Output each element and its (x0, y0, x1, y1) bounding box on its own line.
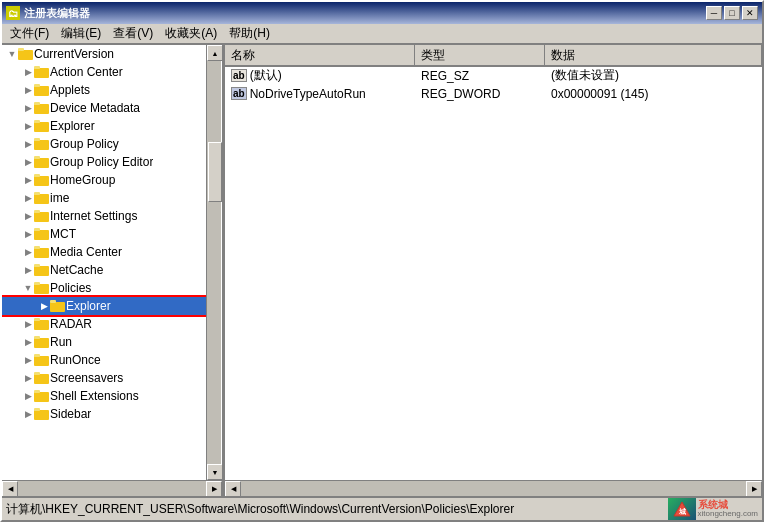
tree-scrollbar[interactable]: ▲ ▼ (206, 45, 222, 480)
tree-item-sidebar[interactable]: ▶ Sidebar (2, 405, 206, 423)
menu-view[interactable]: 查看(V) (107, 23, 159, 44)
tree-label-internet-settings: Internet Settings (50, 209, 137, 223)
svg-rect-29 (50, 302, 65, 312)
folder-icon-group-policy (34, 137, 50, 151)
menu-help[interactable]: 帮助(H) (223, 23, 276, 44)
expander-netcache[interactable]: ▶ (22, 264, 34, 276)
tree-item-currentversion[interactable]: ▼ CurrentVersion (2, 45, 206, 63)
expander-applets[interactable]: ▶ (22, 84, 34, 96)
expander-policies[interactable]: ▼ (22, 282, 34, 294)
tree-item-run[interactable]: ▶ Run (2, 333, 206, 351)
svg-rect-20 (34, 210, 40, 213)
expander-currentversion[interactable]: ▼ (6, 48, 18, 60)
folder-icon-currentversion (18, 47, 34, 61)
folder-icon-media-center (34, 245, 50, 259)
folder-icon-sidebar (34, 407, 50, 421)
tree-item-applets[interactable]: ▶ Applets (2, 81, 206, 99)
folder-icon-homegroup (34, 173, 50, 187)
svg-rect-5 (34, 86, 49, 96)
expander-ime[interactable]: ▶ (22, 192, 34, 204)
hscroll-right-button[interactable]: ▶ (206, 481, 222, 496)
col-header-data[interactable]: 数据 (545, 45, 762, 65)
expander-runonce[interactable]: ▶ (22, 354, 34, 366)
folder-icon-run (34, 335, 50, 349)
svg-rect-26 (34, 264, 40, 267)
expander-device-metadata[interactable]: ▶ (22, 102, 34, 114)
svg-rect-10 (34, 120, 40, 123)
tree-item-netcache[interactable]: ▶ NetCache (2, 261, 206, 279)
expander-homegroup[interactable]: ▶ (22, 174, 34, 186)
expander-group-policy-editor[interactable]: ▶ (22, 156, 34, 168)
expander-run[interactable]: ▶ (22, 336, 34, 348)
col-header-name[interactable]: 名称 (225, 45, 415, 65)
cell-name-nodrive: ab NoDriveTypeAutoRun (225, 86, 415, 102)
expander-mct[interactable]: ▶ (22, 228, 34, 240)
svg-rect-9 (34, 122, 49, 132)
tree-item-mct[interactable]: ▶ MCT (2, 225, 206, 243)
svg-rect-21 (34, 230, 49, 240)
tree-item-group-policy[interactable]: ▶ Group Policy (2, 135, 206, 153)
menu-edit[interactable]: 编辑(E) (55, 23, 107, 44)
cell-name-default-label: (默认) (250, 67, 282, 84)
hscroll-track[interactable] (18, 481, 206, 496)
hscroll-left-button[interactable]: ◀ (2, 481, 18, 496)
maximize-button[interactable]: □ (724, 6, 740, 20)
expander-screensavers[interactable]: ▶ (22, 372, 34, 384)
menu-favorites[interactable]: 收藏夹(A) (159, 23, 223, 44)
title-bar: 🗂 注册表编辑器 ─ □ ✕ (2, 2, 762, 24)
menu-file[interactable]: 文件(F) (4, 23, 55, 44)
minimize-button[interactable]: ─ (706, 6, 722, 20)
detail-hscroll-track[interactable] (241, 481, 746, 496)
detail-row-nodrive[interactable]: ab NoDriveTypeAutoRun REG_DWORD 0x000000… (225, 85, 762, 103)
tree-pane: ▼ CurrentVersion ▶ (2, 45, 225, 496)
svg-rect-42 (34, 408, 40, 411)
scroll-track[interactable] (207, 61, 221, 464)
svg-rect-23 (34, 248, 49, 258)
expander-internet-settings[interactable]: ▶ (22, 210, 34, 222)
detail-hscroll-left[interactable]: ◀ (225, 481, 241, 496)
expander-sidebar[interactable]: ▶ (22, 408, 34, 420)
scroll-up-button[interactable]: ▲ (207, 45, 222, 61)
status-bar: 计算机\HKEY_CURRENT_USER\Software\Microsoft… (2, 496, 762, 520)
tree-item-internet-settings[interactable]: ▶ Internet Settings (2, 207, 206, 225)
folder-icon-ime (34, 191, 50, 205)
tree-item-explorer[interactable]: ▶ Explorer (2, 117, 206, 135)
folder-icon-mct (34, 227, 50, 241)
expander-action-center[interactable]: ▶ (22, 66, 34, 78)
detail-hscrollbar[interactable]: ◀ ▶ (225, 480, 762, 496)
tree-hscrollbar[interactable]: ◀ ▶ (2, 480, 222, 496)
close-button[interactable]: ✕ (742, 6, 758, 20)
tree-item-policies-explorer[interactable]: ▶ Explorer (2, 297, 206, 315)
detail-pane: 名称 类型 数据 ab (默认) REG_SZ (数值未设置) (225, 45, 762, 496)
expander-radar[interactable]: ▶ (22, 318, 34, 330)
tree-item-homegroup[interactable]: ▶ HomeGroup (2, 171, 206, 189)
scroll-thumb[interactable] (208, 142, 222, 202)
tree-inner[interactable]: ▼ CurrentVersion ▶ (2, 45, 206, 480)
tree-item-group-policy-editor[interactable]: ▶ Group Policy Editor (2, 153, 206, 171)
tree-item-radar[interactable]: ▶ RADAR (2, 315, 206, 333)
reg-type-icon-default: ab (231, 69, 247, 82)
tree-item-action-center[interactable]: ▶ Action Center (2, 63, 206, 81)
tree-item-media-center[interactable]: ▶ Media Center (2, 243, 206, 261)
expander-media-center[interactable]: ▶ (22, 246, 34, 258)
col-header-type[interactable]: 类型 (415, 45, 545, 65)
cell-data-default: (数值未设置) (545, 67, 762, 85)
expander-explorer[interactable]: ▶ (22, 120, 34, 132)
detail-hscroll-right[interactable]: ▶ (746, 481, 762, 496)
detail-row-default[interactable]: ab (默认) REG_SZ (数值未设置) (225, 67, 762, 85)
scroll-down-button[interactable]: ▼ (207, 464, 222, 480)
main-window: 🗂 注册表编辑器 ─ □ ✕ 文件(F) 编辑(E) 查看(V) 收藏夹(A) … (0, 0, 764, 522)
expander-shell-extensions[interactable]: ▶ (22, 390, 34, 402)
tree-item-ime[interactable]: ▶ ime (2, 189, 206, 207)
expander-group-policy[interactable]: ▶ (22, 138, 34, 150)
cell-type-default: REG_SZ (415, 68, 545, 84)
title-bar-left: 🗂 注册表编辑器 (6, 6, 90, 21)
tree-item-screensavers[interactable]: ▶ Screensavers (2, 369, 206, 387)
tree-item-policies[interactable]: ▼ Policies (2, 279, 206, 297)
expander-policies-explorer[interactable]: ▶ (38, 300, 50, 312)
tree-item-shell-extensions[interactable]: ▶ Shell Extensions (2, 387, 206, 405)
svg-rect-15 (34, 176, 49, 186)
folder-icon-policies (34, 281, 50, 295)
tree-item-device-metadata[interactable]: ▶ Device Metadata (2, 99, 206, 117)
tree-item-runonce[interactable]: ▶ RunOnce (2, 351, 206, 369)
